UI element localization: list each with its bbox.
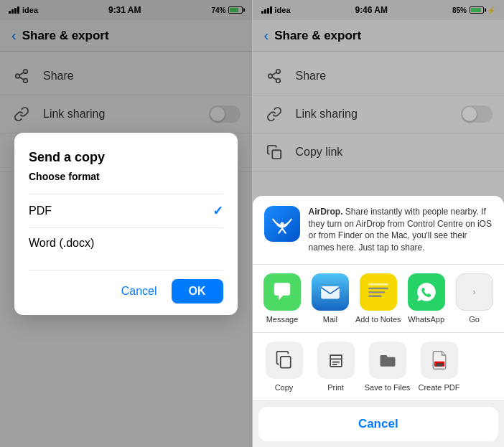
svg-text:PDF: PDF [436,363,442,367]
copy-label: Copy [275,383,294,392]
dialog-word-label: Word (.docx) [29,237,94,250]
create-pdf-action-icon: PDF [421,342,458,379]
svg-rect-13 [321,286,340,299]
dialog-subtitle: Choose format [29,171,223,182]
notes-icon [360,273,397,311]
save-files-label: Save to Files [365,383,411,392]
airdrop-icon [264,206,300,242]
go-label: Go [469,315,480,324]
send-copy-dialog: Send a copy Choose format PDF ✓ Word (.d… [14,133,238,315]
share-sheet-cancel-button[interactable]: Cancel [269,417,489,431]
go-icon: › [456,273,493,311]
app-item-whatsapp[interactable]: WhatsApp [402,273,450,324]
save-files-action-icon [369,342,406,379]
actions-row: Copy Print [253,333,505,401]
svg-rect-22 [332,364,337,365]
message-label: Message [266,315,299,324]
left-panel: idea 9:31 AM 74% ‹ Share & export Share [0,0,252,447]
copy-action-icon [266,342,303,379]
app-item-mail[interactable]: Mail [306,273,354,324]
app-item-go[interactable]: › Go [450,273,498,324]
whatsapp-label: WhatsApp [408,315,444,324]
svg-point-12 [280,222,284,225]
print-label: Print [327,383,344,392]
cancel-row: Cancel [258,407,499,441]
airdrop-title: AirDrop. [309,207,343,217]
airdrop-description: AirDrop. Share instantly with people nea… [309,206,493,254]
dialog-cancel-button[interactable]: Cancel [113,279,166,304]
action-item-create-pdf[interactable]: PDF Create PDF [414,342,465,392]
whatsapp-icon [408,273,445,311]
action-item-save-files[interactable]: Save to Files [362,342,414,392]
dialog-ok-button[interactable]: OK [172,279,223,304]
app-item-notes[interactable]: Add to Notes [354,273,402,324]
right-panel: idea 9:46 AM 85% ⚡ ‹ Share & export Shar… [253,0,505,447]
dialog-buttons: Cancel OK [29,270,223,304]
dialog-title: Send a copy [29,150,223,165]
notes-label: Add to Notes [355,315,401,324]
svg-rect-16 [368,288,388,289]
message-icon [263,273,301,311]
app-item-message[interactable]: Message [258,273,307,324]
action-item-print[interactable]: Print [310,342,362,392]
pdf-checkmark: ✓ [213,203,223,219]
airdrop-row[interactable]: AirDrop. Share instantly with people nea… [253,196,505,265]
mail-icon [312,273,349,311]
print-action-icon [317,342,355,379]
svg-rect-15 [368,283,388,286]
dialog-option-word[interactable]: Word (.docx) [29,227,223,258]
dialog-option-pdf[interactable]: PDF ✓ [29,194,223,227]
svg-rect-18 [368,296,381,297]
action-item-copy[interactable]: Copy [258,342,310,392]
create-pdf-label: Create PDF [418,383,459,392]
dialog-pdf-label: PDF [29,204,52,217]
svg-rect-19 [280,357,290,368]
svg-rect-17 [368,291,385,293]
apps-row: Message Mail [253,265,505,333]
svg-rect-21 [332,362,340,363]
share-sheet: AirDrop. Share instantly with people nea… [253,196,505,447]
mail-label: Mail [323,315,337,324]
